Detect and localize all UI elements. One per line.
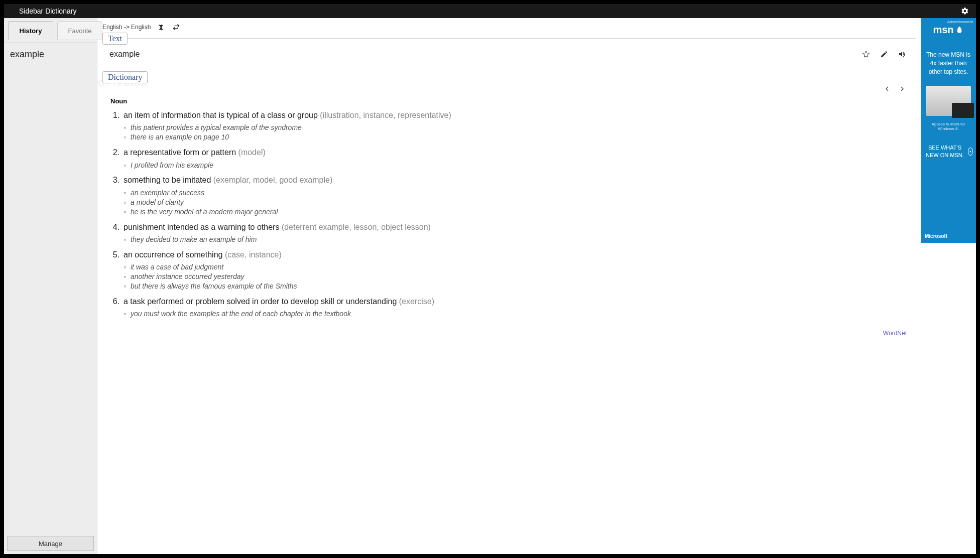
ad-footer: Microsoft <box>925 233 947 239</box>
example-sentence: I profited from his example <box>124 161 911 170</box>
edit-icon[interactable] <box>880 50 889 59</box>
translate-icon[interactable] <box>157 23 166 32</box>
definition-item: 5.an occurrence of something (case, inst… <box>110 247 911 261</box>
example-sentence: a model of clarity <box>124 198 911 207</box>
example-list: I profited from his example <box>110 160 911 173</box>
part-of-speech: Noun <box>102 93 916 108</box>
definition-number: 4. <box>110 222 119 233</box>
speaker-icon[interactable] <box>898 50 907 59</box>
definition-item: 3.something to be imitated (exemplar, mo… <box>110 173 911 187</box>
ad-headline: The new MSN is 4x faster than other top … <box>921 41 976 83</box>
definition-item: 1.an item of information that is typical… <box>110 108 911 122</box>
definition-text: something to be imitated (exemplar, mode… <box>124 175 911 186</box>
tab-favorite[interactable]: Favorite <box>57 21 102 40</box>
history-list: example <box>4 43 97 533</box>
definition-number: 6. <box>110 296 119 307</box>
definition-text: an occurrence of something (case, instan… <box>124 249 911 260</box>
example-sentence: there is an example on page 10 <box>124 132 911 142</box>
tab-history[interactable]: History <box>8 21 53 40</box>
text-section: Text example <box>102 38 916 64</box>
ad-devices-image <box>926 86 971 116</box>
example-list: they decided to make an example of him <box>110 234 911 247</box>
content-area: SOFTPEDIA English -> English Text exampl… <box>97 18 921 554</box>
definition-synonyms: (illustration, instance, representative) <box>320 111 451 119</box>
text-section-label: Text <box>102 33 128 45</box>
example-sentence: it was a case of bad judgment <box>124 262 911 272</box>
definition-synonyms: (exemplar, model, good example) <box>213 176 332 184</box>
sidebar-divider <box>4 43 97 43</box>
definitions-list: 1.an item of information that is typical… <box>102 108 916 327</box>
chevron-right-icon[interactable] <box>898 84 907 93</box>
definition-item: 2.a representative form or pattern (mode… <box>110 145 911 159</box>
definition-synonyms: (deterrent example, lesson, object lesso… <box>282 223 431 231</box>
example-sentence: they decided to make an example of him <box>124 235 911 244</box>
definition-synonyms: (model) <box>238 148 266 157</box>
definition-text: a representative form or pattern (model) <box>124 147 911 158</box>
example-list: this patient provides a typical example … <box>110 122 911 145</box>
lookup-word: example <box>109 50 862 59</box>
language-bar: English -> English <box>97 18 921 33</box>
source-link[interactable]: WordNet <box>883 330 907 337</box>
language-pair[interactable]: English -> English <box>102 24 151 31</box>
definition-item: 4.punishment intended as a warning to ot… <box>110 220 911 234</box>
example-sentence: he is the very model of a modern major g… <box>124 207 911 217</box>
dictionary-section: Dictionary Noun 1.an item of information… <box>102 77 916 327</box>
manage-button[interactable]: Manage <box>7 536 94 551</box>
ad-label: Advertisement <box>947 18 976 24</box>
example-list: you must work the examples at the end of… <box>110 308 911 322</box>
definition-text: punishment intended as a warning to othe… <box>124 222 911 233</box>
example-sentence: but there is always the famous example o… <box>124 282 911 291</box>
arrow-right-icon <box>968 148 973 156</box>
definition-synonyms: (exercise) <box>399 297 434 306</box>
example-list: an exemplar of successa model of clarity… <box>110 187 911 220</box>
definition-number: 2. <box>110 147 119 158</box>
gear-icon[interactable] <box>961 7 969 15</box>
history-item[interactable]: example <box>10 47 91 62</box>
app-title: Sidebar Dictionary <box>19 7 76 15</box>
ad-disclaimer: Applies to MSN for Windows 8. <box>921 119 976 139</box>
example-sentence: an exemplar of success <box>124 188 911 198</box>
example-sentence: you must work the examples at the end of… <box>124 309 911 319</box>
dictionary-section-label: Dictionary <box>102 71 148 83</box>
example-sentence: this patient provides a typical example … <box>124 123 911 132</box>
swap-icon[interactable] <box>172 23 181 32</box>
star-icon[interactable] <box>862 50 871 59</box>
advertisement-panel[interactable]: Advertisement msn The new MSN is 4x fast… <box>921 18 976 243</box>
definition-item: 6.a task performed or problem solved in … <box>110 294 911 308</box>
example-list: it was a case of bad judgmentanother ins… <box>110 261 911 294</box>
definition-text: a task performed or problem solved in or… <box>124 296 911 307</box>
definition-text: an item of information that is typical o… <box>124 110 911 121</box>
example-sentence: another instance occurred yesterday <box>124 272 911 282</box>
definition-synonyms: (case, instance) <box>225 250 282 259</box>
definition-number: 5. <box>110 249 119 260</box>
ad-cta[interactable]: SEE WHAT'S NEW ON MSN. <box>921 139 976 164</box>
ad-logo: msn <box>933 24 963 41</box>
titlebar: Sidebar Dictionary <box>4 4 976 18</box>
definition-number: 3. <box>110 175 119 186</box>
sidebar: History Favorite example Manage <box>4 18 97 554</box>
chevron-left-icon[interactable] <box>883 84 892 93</box>
definition-number: 1. <box>110 110 119 121</box>
